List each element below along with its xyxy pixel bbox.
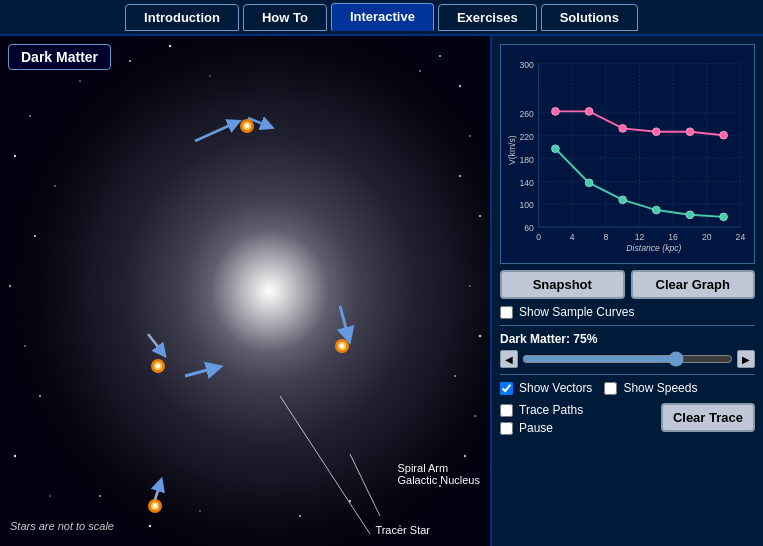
svg-point-12 (34, 235, 36, 237)
svg-point-22 (479, 335, 481, 337)
show-vectors-row: Show Vectors (500, 381, 592, 395)
page-title: Dark Matter (8, 44, 111, 70)
tab-introduction[interactable]: Introduction (125, 4, 239, 31)
show-sample-curves-label[interactable]: Show Sample Curves (519, 305, 634, 319)
show-speeds-row: Show Speeds (604, 381, 697, 395)
pause-row: Pause (500, 421, 583, 435)
navigation-bar: Introduction How To Interactive Exercise… (0, 0, 763, 36)
svg-point-6 (439, 55, 441, 57)
svg-text:12: 12 (635, 232, 645, 242)
svg-point-28 (149, 525, 151, 527)
tab-solutions[interactable]: Solutions (541, 4, 638, 31)
svg-rect-57 (505, 54, 750, 256)
svg-text:V(km/s): V(km/s) (507, 135, 517, 165)
svg-text:0: 0 (536, 232, 541, 242)
svg-point-14 (24, 345, 26, 347)
galaxy-area[interactable]: Dark Matter Stars are not to scale Spira… (0, 36, 490, 546)
svg-point-5 (209, 75, 211, 77)
svg-point-95 (720, 131, 728, 139)
svg-text:180: 180 (519, 155, 534, 165)
svg-point-4 (169, 45, 171, 47)
show-speeds-checkbox[interactable] (604, 382, 617, 395)
trace-paths-label[interactable]: Trace Paths (519, 403, 583, 417)
show-sample-curves-checkbox[interactable] (500, 306, 513, 319)
dark-matter-section: Dark Matter: 75% ◀ ▶ (500, 332, 755, 368)
svg-point-96 (552, 145, 560, 153)
svg-point-100 (686, 211, 694, 219)
svg-line-37 (185, 368, 215, 376)
svg-point-97 (585, 179, 593, 187)
svg-point-16 (14, 455, 16, 457)
svg-text:260: 260 (519, 109, 534, 119)
svg-point-99 (652, 206, 660, 214)
svg-point-44 (245, 124, 249, 128)
divider-2 (500, 374, 755, 375)
svg-point-19 (464, 455, 466, 457)
svg-line-41 (280, 396, 370, 534)
svg-point-98 (619, 196, 627, 204)
tab-interactive[interactable]: Interactive (331, 3, 434, 31)
svg-point-3 (129, 60, 131, 62)
spiral-arm-label: Spiral Arm (397, 462, 480, 474)
svg-point-92 (619, 125, 627, 133)
galactic-nucleus-label: Galactic Nucleus (397, 474, 480, 486)
tracer-star-label: Tracer Star (375, 524, 430, 536)
svg-point-21 (454, 375, 456, 377)
svg-text:16: 16 (668, 232, 678, 242)
svg-point-93 (652, 128, 660, 136)
clear-trace-button[interactable]: Clear Trace (661, 403, 755, 432)
snapshot-button[interactable]: Snapshot (500, 270, 625, 299)
show-speeds-label[interactable]: Show Speeds (623, 381, 697, 395)
svg-point-23 (469, 285, 471, 287)
svg-line-40 (350, 454, 380, 516)
svg-point-30 (299, 515, 301, 517)
svg-point-9 (29, 115, 31, 117)
show-vectors-label[interactable]: Show Vectors (519, 381, 592, 395)
pause-checkbox[interactable] (500, 422, 513, 435)
svg-point-13 (9, 285, 11, 287)
stars-scale-label: Stars are not to scale (10, 520, 114, 532)
velocity-chart: 60 100 140 180 220 260 300 0 4 8 12 16 2… (500, 44, 755, 264)
svg-point-7 (459, 85, 461, 87)
svg-point-94 (686, 128, 694, 136)
svg-point-27 (99, 495, 101, 497)
svg-point-20 (474, 415, 476, 417)
svg-point-50 (340, 344, 344, 348)
dark-matter-slider[interactable] (522, 351, 733, 367)
svg-text:60: 60 (524, 223, 534, 233)
bottom-checkboxes: Trace Paths Pause (500, 403, 583, 435)
svg-point-17 (49, 495, 51, 497)
svg-point-8 (419, 70, 421, 72)
svg-text:8: 8 (603, 232, 608, 242)
slider-left-arrow[interactable]: ◀ (500, 350, 518, 368)
svg-text:140: 140 (519, 178, 534, 188)
tab-howto[interactable]: How To (243, 4, 327, 31)
svg-point-90 (552, 108, 560, 116)
svg-text:100: 100 (519, 200, 534, 210)
svg-point-47 (156, 364, 160, 368)
svg-point-91 (585, 108, 593, 116)
trace-paths-checkbox[interactable] (500, 404, 513, 417)
pause-label[interactable]: Pause (519, 421, 553, 435)
svg-line-36 (148, 334, 162, 352)
svg-text:24: 24 (736, 232, 746, 242)
dark-matter-slider-row: ◀ ▶ (500, 350, 755, 368)
slider-right-arrow[interactable]: ▶ (737, 350, 755, 368)
right-panel: 60 100 140 180 220 260 300 0 4 8 12 16 2… (490, 36, 763, 546)
show-vectors-checkbox[interactable] (500, 382, 513, 395)
svg-text:300: 300 (519, 60, 534, 70)
svg-point-25 (459, 175, 461, 177)
main-layout: Dark Matter Stars are not to scale Spira… (0, 36, 763, 546)
svg-point-29 (199, 510, 201, 512)
svg-point-26 (469, 135, 471, 137)
svg-point-2 (79, 80, 81, 82)
svg-text:4: 4 (570, 232, 575, 242)
bottom-controls: Trace Paths Pause Clear Trace (500, 403, 755, 435)
svg-point-101 (720, 213, 728, 221)
clear-graph-button[interactable]: Clear Graph (631, 270, 756, 299)
trace-paths-row: Trace Paths (500, 403, 583, 417)
svg-line-38 (340, 306, 348, 336)
svg-text:220: 220 (519, 132, 534, 142)
tab-exercises[interactable]: Exercises (438, 4, 537, 31)
svg-point-10 (14, 155, 16, 157)
